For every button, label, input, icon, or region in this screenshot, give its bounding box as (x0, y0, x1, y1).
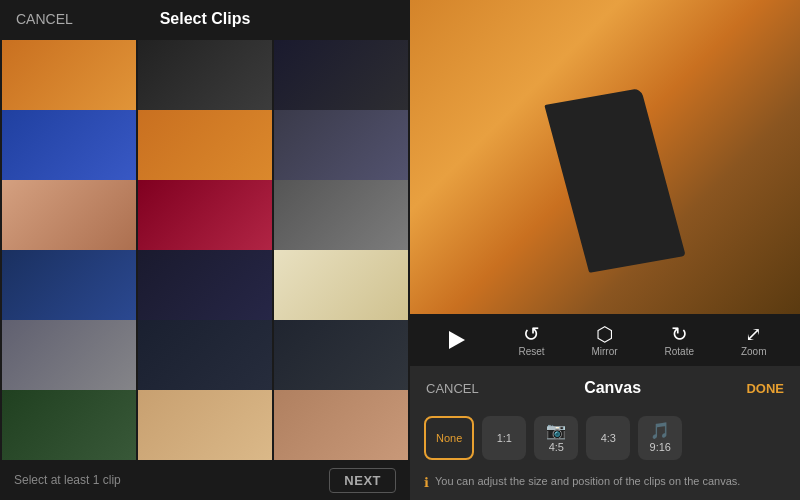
preview-area (410, 0, 800, 314)
ratio-icon: 🎵 (650, 423, 670, 439)
canvas-header: CANCEL Canvas DONE (410, 366, 800, 410)
ratio-label: None (436, 432, 462, 444)
ratio-button-4-5[interactable]: 📷4:5 (534, 416, 578, 460)
ratio-label: 4:5 (549, 441, 564, 453)
ratio-label: 1:1 (497, 432, 512, 444)
left-footer: Select at least 1 clip NEXT (0, 460, 410, 500)
reset-icon: ↺ (523, 324, 540, 344)
hint-text: Select at least 1 clip (14, 473, 121, 487)
ratio-icon: 📷 (546, 423, 566, 439)
canvas-title: Canvas (584, 379, 641, 397)
clip-item[interactable] (274, 390, 408, 460)
rotate-label: Rotate (665, 346, 694, 357)
play-button[interactable] (443, 326, 471, 354)
rotate-control[interactable]: ↻ Rotate (665, 324, 694, 357)
canvas-panel: CANCEL Canvas DONE None1:1📷4:54:3🎵9:16 ℹ… (410, 366, 800, 500)
left-header: CANCEL Select Clips (0, 0, 410, 38)
rotate-icon: ↻ (671, 324, 688, 344)
preview-controls: ↺ Reset ⬡ Mirror ↻ Rotate ⤢ Zoom (410, 314, 800, 366)
canvas-done-button[interactable]: DONE (746, 381, 784, 396)
ratio-button-1-1[interactable]: 1:1 (482, 416, 526, 460)
preview-object (544, 88, 685, 272)
reset-label: Reset (518, 346, 544, 357)
ratio-button-None[interactable]: None (424, 416, 474, 460)
ratio-label: 9:16 (650, 441, 671, 453)
play-icon (449, 331, 465, 349)
info-icon: ℹ (424, 475, 429, 490)
next-button[interactable]: NEXT (329, 468, 396, 493)
clip-item[interactable] (2, 390, 136, 460)
zoom-control[interactable]: ⤢ Zoom (741, 324, 767, 357)
clips-grid: 0:140:530:22 (0, 38, 410, 460)
mirror-icon: ⬡ (596, 324, 613, 344)
cancel-button[interactable]: CANCEL (16, 11, 73, 27)
canvas-options: None1:1📷4:54:3🎵9:16 (410, 410, 800, 470)
info-text: You can adjust the size and position of … (435, 474, 740, 489)
left-panel: CANCEL Select Clips 0:140:530:22 Select … (0, 0, 410, 500)
mirror-control[interactable]: ⬡ Mirror (591, 324, 617, 357)
canvas-info: ℹ You can adjust the size and position o… (410, 470, 800, 500)
zoom-label: Zoom (741, 346, 767, 357)
canvas-cancel-button[interactable]: CANCEL (426, 381, 479, 396)
right-panel: ↺ Reset ⬡ Mirror ↻ Rotate ⤢ Zoom CANCEL … (410, 0, 800, 500)
reset-control[interactable]: ↺ Reset (518, 324, 544, 357)
page-title: Select Clips (160, 10, 251, 28)
ratio-button-9-16[interactable]: 🎵9:16 (638, 416, 682, 460)
mirror-label: Mirror (591, 346, 617, 357)
zoom-icon: ⤢ (745, 324, 762, 344)
clip-item[interactable] (138, 390, 272, 460)
preview-background (410, 0, 800, 314)
ratio-label: 4:3 (601, 432, 616, 444)
ratio-button-4-3[interactable]: 4:3 (586, 416, 630, 460)
